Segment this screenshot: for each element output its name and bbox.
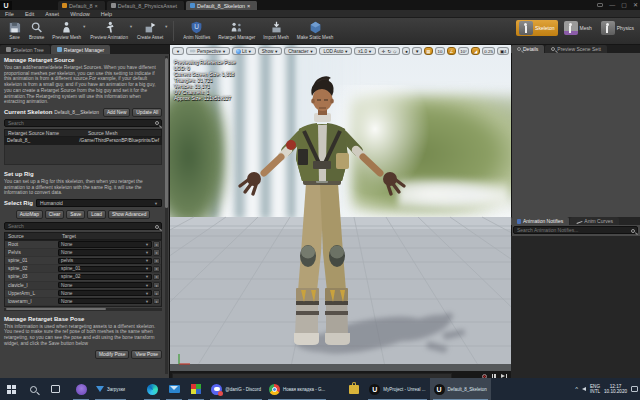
mode-skeleton-button[interactable]: Skeleton (516, 20, 557, 36)
scale-snap-toggle[interactable]: ◢ (471, 47, 479, 55)
preview-animation-button[interactable]: Preview Animation (86, 19, 132, 43)
target-bone-dropdown[interactable]: None ▼ (58, 290, 152, 297)
target-bone-dropdown[interactable]: spine_01 ▼ (58, 266, 152, 273)
surface-snap-button[interactable]: ▼ (412, 47, 421, 55)
taskbar-store[interactable] (343, 378, 365, 400)
animation-notifies-search[interactable]: Search Animation Notifies... (513, 226, 638, 234)
taskbar-app-purple[interactable] (70, 378, 92, 400)
horizontal-scrollbar[interactable] (4, 308, 162, 311)
notification-icon[interactable] (631, 386, 638, 392)
perspective-button[interactable]: Perspective▼ (186, 47, 230, 55)
column-header[interactable]: Retarget Source Name (5, 130, 85, 136)
column-header[interactable]: Target (59, 233, 161, 239)
column-header[interactable]: Source Mesh (85, 130, 161, 136)
taskbar-downloads-window[interactable]: Загрузки (92, 378, 129, 400)
menu-item[interactable]: Edit (25, 11, 34, 17)
target-bone-dropdown[interactable]: None ▼ (58, 249, 152, 256)
rig-bone-search[interactable]: Search (4, 222, 162, 230)
target-bone-dropdown[interactable]: None ▼ (58, 282, 152, 289)
3d-viewport[interactable]: ▼ Perspective▼ Lit▼ Show▼ Character▼ LOD… (170, 45, 511, 381)
rotation-snap-value[interactable]: 10° (458, 47, 470, 55)
transform-tools[interactable]: ✛↻◇ (378, 47, 401, 55)
chevron-down-icon[interactable]: ▼ (164, 24, 168, 29)
anim-notifies-button[interactable]: U Anim Notifies (179, 19, 214, 43)
clear-bone-button[interactable]: x (153, 241, 160, 248)
taskbar-search-button[interactable] (22, 378, 44, 400)
update-all-button[interactable]: Update All (132, 108, 162, 117)
camera-speed-button[interactable]: ▣4 (497, 47, 509, 55)
tab-animation-notifies[interactable]: Animation Notifies (511, 217, 569, 225)
browse-button[interactable]: Browse (25, 19, 48, 43)
tab-details[interactable]: Details (511, 45, 544, 53)
asset-tab-physicsasset[interactable]: Default_8_PhysicsAsset (107, 1, 185, 10)
target-bone-dropdown[interactable]: None ▼ (58, 241, 152, 248)
taskbar-app-game[interactable] (185, 378, 207, 400)
clock[interactable]: 12:1710.10.2020 (604, 384, 627, 394)
add-new-button[interactable]: Add New (103, 108, 130, 117)
retarget-manager-button[interactable]: Retarget Manager (214, 19, 259, 43)
taskbar-edge[interactable] (141, 378, 163, 400)
view-pose-button[interactable]: View Pose (131, 350, 162, 359)
speaker-icon[interactable] (582, 387, 586, 391)
modify-pose-button[interactable]: Modify Pose (95, 350, 129, 359)
load-button[interactable]: Load (87, 210, 106, 219)
asset-tab-skeleton[interactable]: Default_8_Skeleton × (186, 1, 258, 10)
show-button[interactable]: Show▼ (258, 47, 282, 55)
minimize-button[interactable]: — (609, 2, 615, 8)
close-button[interactable]: ✕ (633, 1, 638, 8)
tab-retarget-manager[interactable]: Retarget Manager (51, 45, 110, 54)
close-icon[interactable]: × (95, 3, 98, 9)
preview-mesh-button[interactable]: Preview Mesh (48, 19, 85, 43)
taskbar-ue-skeleton-window[interactable]: U Default_8_Skeleton (430, 378, 491, 400)
clear-bone-button[interactable]: x (153, 266, 160, 273)
lit-button[interactable]: Lit▼ (232, 47, 256, 55)
save-button[interactable]: Save (4, 19, 25, 43)
clear-bone-button[interactable]: x (153, 249, 160, 256)
maximize-button[interactable]: ▢ (621, 1, 627, 8)
taskbar-mail[interactable] (163, 378, 185, 400)
target-bone-dropdown[interactable]: None ▼ (58, 298, 152, 305)
grid-snap-toggle[interactable]: ▦ (424, 47, 433, 55)
select-rig-dropdown[interactable]: Humanoid ▼ (36, 199, 162, 207)
grid-snap-value[interactable]: 10 (435, 47, 445, 55)
target-bone-dropdown[interactable]: pelvis ▼ (58, 258, 152, 265)
clear-bone-button[interactable]: x (153, 282, 160, 289)
playback-speed-button[interactable]: x1.0▼ (354, 47, 376, 55)
automap-button[interactable]: AutoMap (16, 210, 43, 219)
clear-bone-button[interactable]: x (153, 274, 160, 281)
column-header[interactable]: Source (5, 233, 59, 239)
taskbar-discord-window[interactable]: @daniG - Discord (207, 378, 265, 400)
retarget-source-search[interactable]: Search (4, 119, 162, 127)
taskbar-chrome-window[interactable]: Новая вкладка - G... (265, 378, 329, 400)
show-advanced-button[interactable]: Show Advanced (108, 210, 150, 219)
mode-mesh-button[interactable]: Mesh (561, 20, 595, 36)
vertical-scrollbar[interactable] (165, 56, 168, 374)
menu-item[interactable]: Asset (45, 11, 59, 17)
asset-tab-default8[interactable]: Default_8 × (58, 1, 106, 10)
start-button[interactable] (0, 378, 22, 400)
save-rig-button[interactable]: Save (66, 210, 85, 219)
retarget-source-row[interactable]: Default_8_ /Game/ThirdPersonBP/Blueprint… (4, 137, 162, 145)
make-static-mesh-button[interactable]: Make Static Mesh (293, 19, 338, 43)
rotation-snap-toggle[interactable]: ∠ (447, 47, 456, 55)
clear-button[interactable]: Clear (45, 210, 64, 219)
language-indicator[interactable]: ENGINTL (590, 384, 600, 394)
mode-physics-button[interactable]: Physics (598, 20, 637, 36)
clear-bone-button[interactable]: x (153, 258, 160, 265)
import-mesh-button[interactable]: Import Mesh (259, 19, 293, 43)
tray-expand-chevron[interactable]: ^ (575, 386, 578, 392)
clear-bone-button[interactable]: x (153, 290, 160, 297)
tab-skeleton-tree[interactable]: Skeleton Tree (0, 45, 50, 54)
menu-item[interactable]: Help (101, 11, 112, 17)
world-local-toggle[interactable]: ● (402, 47, 410, 55)
create-asset-button[interactable]: Create Asset (133, 19, 167, 43)
character-button[interactable]: Character▼ (284, 47, 317, 55)
tab-preview-scene-settings[interactable]: Preview Scene Sett (545, 45, 607, 53)
scale-snap-value[interactable]: 0.25 (482, 47, 496, 55)
taskbar-ue-myproject-window[interactable]: U MyProject - Unreal ... (365, 378, 429, 400)
menu-item[interactable]: File (5, 11, 14, 17)
clear-bone-button[interactable]: x (153, 298, 160, 305)
menu-item[interactable]: Window (70, 11, 90, 17)
lod-button[interactable]: LOD Auto▼ (319, 47, 352, 55)
close-icon[interactable]: × (247, 3, 250, 9)
